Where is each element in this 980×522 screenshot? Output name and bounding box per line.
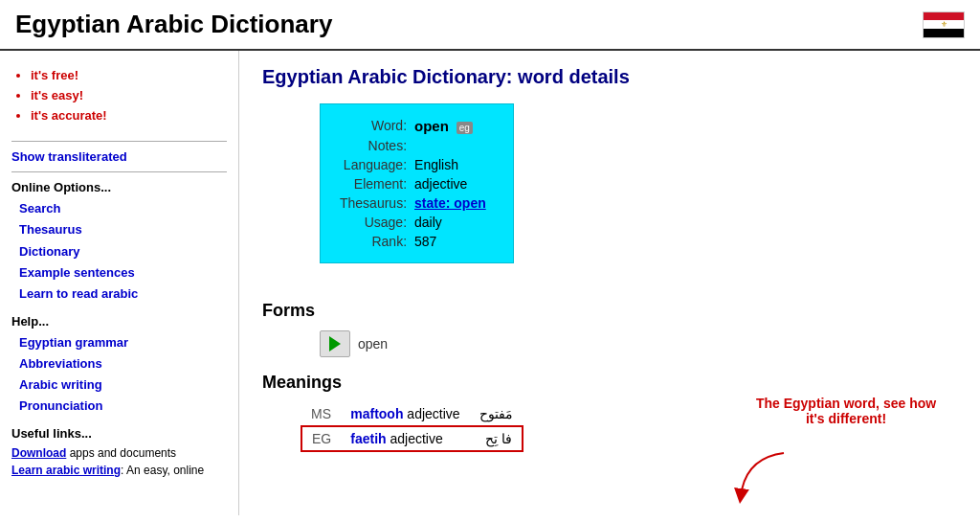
meaning-dialect-eg: EG — [301, 426, 341, 451]
thesaurus-label: Thesaurus: — [340, 193, 414, 213]
bullet-accurate: it's accurate! — [31, 106, 227, 126]
meaning-pos-eg: adjective — [390, 431, 442, 446]
maftooh-link[interactable]: maftooh — [350, 406, 403, 421]
word-detail-table: Word: open eg Notes: Language: English E… — [340, 116, 494, 251]
meaning-pos-ms: adjective — [407, 406, 459, 421]
bullet-free: it's free! — [31, 66, 227, 86]
word-badge: eg — [457, 122, 473, 134]
word-text: open — [414, 118, 449, 134]
flag-white-stripe: ⚜ — [924, 20, 964, 29]
annotation-arrow-svg — [726, 448, 803, 506]
meanings-title: Meanings — [262, 373, 957, 393]
meaning-row-ms: MS maftooh adjective مَفتوح — [301, 402, 523, 426]
meaning-arabic-ms: مَفتوح — [470, 402, 523, 426]
word-detail-card: Word: open eg Notes: Language: English E… — [320, 103, 514, 263]
word-label: Word: — [340, 116, 414, 136]
useful-links-title: Useful links... — [11, 426, 227, 441]
meaning-row-eg: EG faetih adjective فا تِح — [301, 426, 523, 451]
meaning-word-ms: maftooh adjective — [341, 402, 469, 426]
learn-writing-text: Learn arabic writing: An easy, online — [11, 462, 227, 479]
sidebar-item-dictionary[interactable]: Dictionary — [11, 241, 227, 262]
learn-suffix: : An easy, online — [121, 464, 204, 477]
word-row: Word: open eg — [340, 116, 494, 136]
play-word-label: open — [358, 336, 388, 352]
flag-black-stripe — [924, 29, 964, 37]
usage-row: Usage: daily — [340, 213, 494, 232]
element-value: adjective — [414, 174, 494, 193]
page-title: Egyptian Arabic Dictionary — [15, 10, 332, 39]
sidebar-item-search[interactable]: Search — [11, 198, 227, 219]
sidebar-bullets: it's free! it's easy! it's accurate! — [11, 66, 227, 125]
play-row: open — [320, 330, 957, 357]
main-layout: it's free! it's easy! it's accurate! Sho… — [0, 51, 980, 515]
meanings-table: MS maftooh adjective مَفتوح EG faetih ad… — [301, 402, 523, 452]
sidebar-item-pronunciation[interactable]: Pronunciation — [11, 396, 227, 417]
meaning-word-eg: faetih adjective — [341, 426, 469, 451]
download-text: Download apps and documents — [11, 444, 227, 462]
element-row: Element: adjective — [340, 174, 494, 193]
faetih-link[interactable]: faetih — [350, 431, 386, 446]
sidebar-item-abbreviations[interactable]: Abbreviations — [11, 353, 227, 374]
bullet-easy: it's easy! — [31, 86, 227, 106]
sidebar-item-egyptian-grammar[interactable]: Egyptian grammar — [11, 332, 227, 353]
thesaurus-value: state: open — [414, 193, 494, 213]
meaning-arabic-eg: فا تِح — [470, 426, 523, 451]
sidebar-item-arabic-writing[interactable]: Arabic writing — [11, 374, 227, 396]
language-label: Language: — [340, 155, 414, 174]
eagle-icon: ⚜ — [941, 20, 947, 29]
divider-2 — [11, 171, 227, 172]
notes-row: Notes: — [340, 136, 494, 155]
usage-label: Usage: — [340, 213, 414, 232]
page-header: Egyptian Arabic Dictionary ⚜ — [0, 0, 980, 51]
language-value: English — [414, 155, 494, 174]
language-row: Language: English — [340, 155, 494, 174]
notes-value — [414, 136, 494, 155]
rank-label: Rank: — [340, 232, 414, 251]
help-title: Help... — [11, 314, 227, 329]
sidebar-item-learn-arabic[interactable]: Learn to read arabic — [11, 284, 227, 305]
meaning-dialect-ms: MS — [301, 402, 341, 426]
egypt-flag: ⚜ — [923, 11, 965, 38]
word-value: open eg — [414, 116, 494, 136]
flag-red-stripe — [924, 12, 964, 21]
play-triangle-icon — [329, 336, 341, 352]
sidebar: it's free! it's easy! it's accurate! Sho… — [0, 51, 239, 515]
sidebar-item-thesaurus[interactable]: Thesaurus — [11, 219, 227, 240]
sidebar-item-example-sentences[interactable]: Example sentences — [11, 262, 227, 284]
download-suffix: apps and documents — [66, 446, 176, 460]
online-options-title: Online Options... — [11, 180, 227, 194]
thesaurus-row: Thesaurus: state: open — [340, 193, 494, 213]
element-label: Element: — [340, 174, 414, 193]
usage-value: daily — [414, 213, 494, 232]
annotation-text: The Egyptian word, see how it's differen… — [750, 396, 942, 426]
rank-value: 587 — [414, 232, 494, 251]
content-title: Egyptian Arabic Dictionary: word details — [262, 66, 957, 88]
learn-arabic-writing-link[interactable]: Learn arabic writing — [11, 464, 121, 477]
thesaurus-link[interactable]: state: open — [414, 195, 486, 211]
rank-row: Rank: 587 — [340, 232, 494, 251]
main-content: Egyptian Arabic Dictionary: word details… — [239, 51, 980, 515]
notes-label: Notes: — [340, 136, 414, 155]
play-button[interactable] — [320, 330, 350, 357]
download-link[interactable]: Download — [11, 446, 66, 460]
divider-1 — [11, 141, 227, 142]
forms-title: Forms — [262, 301, 957, 321]
show-transliterated-link[interactable]: Show transliterated — [11, 149, 227, 164]
